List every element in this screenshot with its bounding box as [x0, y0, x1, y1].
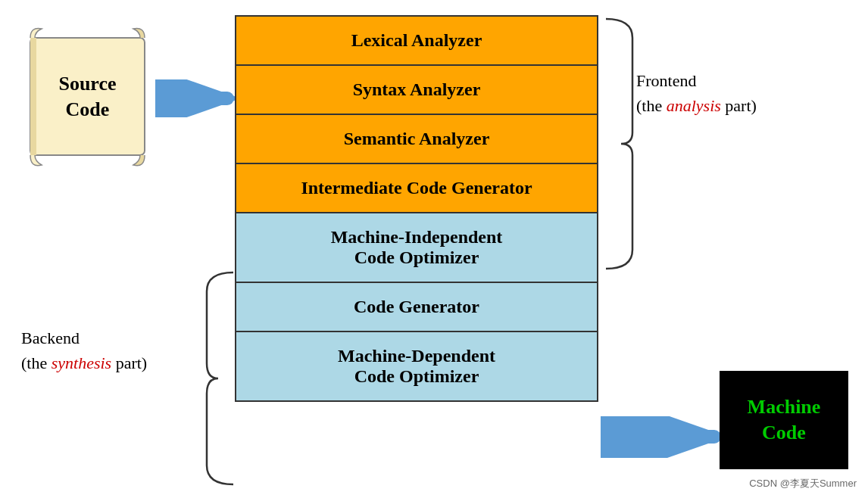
code-gen-label: Code Generator — [354, 297, 479, 316]
machine-dep-optimizer-block: Machine-DependentCode Optimizer — [235, 331, 598, 402]
semantic-label: Semantic Analyzer — [344, 129, 490, 148]
backend-brace — [195, 269, 237, 488]
machine-dep-label: Machine-DependentCode Optimizer — [338, 346, 495, 386]
machine-indep-label: Machine-IndependentCode Optimizer — [331, 227, 503, 267]
output-arrow — [601, 416, 726, 458]
frontend-label: Frontend (the analysis part) — [636, 68, 757, 118]
semantic-analyzer-block: Semantic Analyzer — [235, 114, 598, 163]
backend-desc: (the synthesis part) — [21, 353, 147, 372]
machine-indep-optimizer-block: Machine-IndependentCode Optimizer — [235, 213, 598, 282]
svg-rect-1 — [30, 38, 36, 155]
machine-label-line2: Code — [762, 422, 806, 444]
watermark-text: CSDN @李夏天Summer — [749, 478, 857, 489]
syntax-analyzer-block: Syntax Analyzer — [235, 64, 598, 114]
machine-label-line1: Machine — [748, 396, 821, 418]
watermark: CSDN @李夏天Summer — [749, 477, 857, 490]
backend-title: Backend — [21, 328, 80, 347]
lexical-analyzer-block: Lexical Analyzer — [235, 15, 598, 64]
blocks-container: Lexical Analyzer Syntax Analyzer Semanti… — [235, 15, 598, 402]
source-code-box: SourceCode — [21, 23, 154, 170]
frontend-desc: (the analysis part) — [636, 96, 757, 115]
synthesis-italic: synthesis — [52, 353, 111, 372]
diagram-container: SourceCode Lexical Analyzer Syntax Analy… — [0, 0, 868, 498]
intermediate-codegen-block: Intermediate Code Generator — [235, 163, 598, 213]
source-to-blocks-arrow — [155, 79, 239, 117]
syntax-label: Syntax Analyzer — [353, 79, 481, 99]
lexical-label: Lexical Analyzer — [351, 30, 482, 50]
backend-label: Backend (the synthesis part) — [21, 325, 147, 375]
source-code-label: SourceCode — [58, 71, 116, 123]
machine-code-box: Machine Code — [720, 371, 848, 469]
code-generator-block: Code Generator — [235, 282, 598, 331]
intermediate-label: Intermediate Code Generator — [301, 178, 532, 198]
analysis-italic: analysis — [667, 96, 721, 115]
frontend-brace — [602, 15, 636, 272]
machine-code-label: Machine Code — [748, 394, 821, 446]
frontend-title: Frontend — [636, 71, 696, 90]
